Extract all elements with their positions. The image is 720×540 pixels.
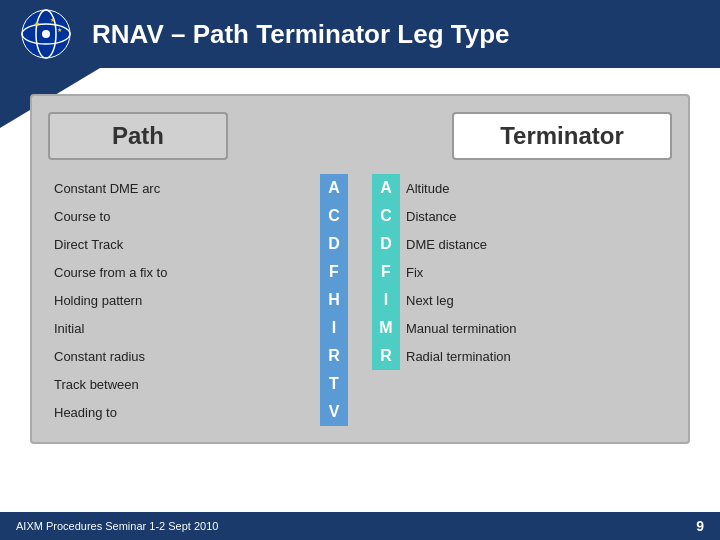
label-radial-termination: Radial termination	[400, 342, 672, 370]
eurocontrol-logo: ★ ★ ★	[20, 8, 72, 60]
terminator-labels-column: Altitude Distance DME distance Fix Next …	[400, 174, 672, 426]
label-dme-distance: DME distance	[400, 230, 672, 258]
label-holding-pattern: Holding pattern	[48, 286, 320, 314]
footer-seminar-text: AIXM Procedures Seminar 1-2 Sept 2010	[16, 520, 218, 532]
left-letter-C: C	[320, 202, 348, 230]
terminator-header: Terminator	[452, 112, 672, 160]
left-letter-I: I	[320, 314, 348, 342]
right-letter-M: M	[372, 314, 400, 342]
svg-text:★: ★	[50, 17, 55, 23]
left-letter-A: A	[320, 174, 348, 202]
svg-text:★: ★	[34, 20, 40, 27]
path-header: Path	[48, 112, 228, 160]
svg-text:★: ★	[57, 27, 62, 33]
svg-point-3	[42, 30, 50, 38]
table-header-row: Path Terminator	[48, 112, 672, 160]
right-letter-D: D	[372, 230, 400, 258]
left-letter-R: R	[320, 342, 348, 370]
left-letter-H: H	[320, 286, 348, 314]
label-next-leg: Next leg	[400, 286, 672, 314]
left-letter-column: A C D F H I R T V	[320, 174, 348, 426]
right-letter-I: I	[372, 286, 400, 314]
right-letter-A: A	[372, 174, 400, 202]
right-letter-R: R	[372, 342, 400, 370]
label-fix: Fix	[400, 258, 672, 286]
leg-type-table: Path Terminator Constant DME arc Course …	[30, 94, 690, 444]
left-letter-V: V	[320, 398, 348, 426]
label-course-from-fix: Course from a fix to	[48, 258, 320, 286]
label-heading-to: Heading to	[48, 398, 320, 426]
right-letter-F: F	[372, 258, 400, 286]
label-direct-track: Direct Track	[48, 230, 320, 258]
page-title: RNAV – Path Terminator Leg Type	[92, 19, 510, 50]
left-letter-F: F	[320, 258, 348, 286]
footer-page-number: 9	[696, 518, 704, 534]
main-content: Path Terminator Constant DME arc Course …	[0, 68, 720, 454]
label-initial: Initial	[48, 314, 320, 342]
label-course-to: Course to	[48, 202, 320, 230]
path-labels-column: Constant DME arc Course to Direct Track …	[48, 174, 320, 426]
label-altitude: Altitude	[400, 174, 672, 202]
left-letter-T: T	[320, 370, 348, 398]
left-letter-D: D	[320, 230, 348, 258]
label-constant-radius: Constant radius	[48, 342, 320, 370]
footer: AIXM Procedures Seminar 1-2 Sept 2010 9	[0, 512, 720, 540]
label-manual-termination: Manual termination	[400, 314, 672, 342]
label-constant-dme-arc: Constant DME arc	[48, 174, 320, 202]
column-spacer	[348, 174, 372, 426]
right-letter-C: C	[372, 202, 400, 230]
table-grid: Constant DME arc Course to Direct Track …	[48, 174, 672, 426]
label-track-between: Track between	[48, 370, 320, 398]
header: ★ ★ ★ RNAV – Path Terminator Leg Type	[0, 0, 720, 68]
right-letter-column: A C D F I M R	[372, 174, 400, 426]
label-distance: Distance	[400, 202, 672, 230]
